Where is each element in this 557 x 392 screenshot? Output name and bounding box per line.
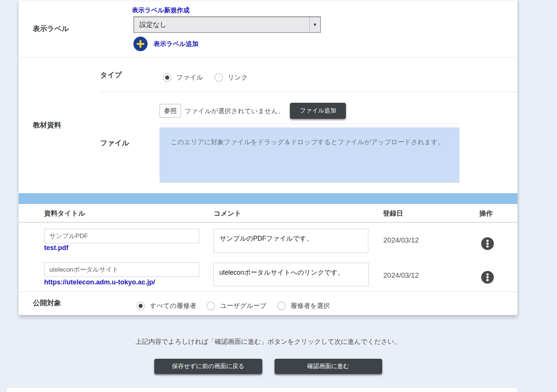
radio-user-group-icon[interactable] bbox=[207, 302, 215, 310]
section-divider bbox=[19, 57, 517, 58]
comment-input-row1[interactable]: サンプルのPDFファイルです。 bbox=[214, 229, 368, 253]
table-accent-bar bbox=[19, 193, 517, 204]
title-input-row1[interactable] bbox=[44, 229, 199, 243]
radio-option-file[interactable]: ファイル bbox=[163, 73, 203, 82]
next-button[interactable]: 確認画面に進む bbox=[275, 359, 382, 374]
rows-divider bbox=[19, 291, 517, 292]
radio-option-select-students[interactable]: 履修者を選択 bbox=[277, 301, 330, 310]
instruction-text: 上記内容でよろしければ「確認画面に進む」ボタンをクリックして次に進んでください。 bbox=[19, 337, 517, 346]
file-divider bbox=[160, 123, 460, 124]
kebab-menu-button-row2[interactable] bbox=[481, 271, 494, 284]
radio-option-user-group[interactable]: ユーザグループ bbox=[207, 301, 267, 310]
add-display-label-link[interactable]: 表示ラベル追加 bbox=[154, 40, 198, 48]
materials-table-header: 資料タイトル コメント 登録日 操作 bbox=[19, 204, 517, 223]
radio-file-icon[interactable] bbox=[163, 73, 171, 82]
next-panel-strip bbox=[7, 388, 517, 392]
browse-button[interactable]: 参照 bbox=[160, 104, 181, 118]
audience-title: 公開対象 bbox=[33, 298, 61, 308]
table-row: https://utelecon.adm.u-tokyo.ac.jp/ utel… bbox=[19, 262, 517, 291]
header-title: 資料タイトル bbox=[44, 209, 85, 218]
display-label-select[interactable]: 設定なし ▼ bbox=[133, 16, 321, 33]
radio-option-all-students[interactable]: すべての履修者 bbox=[136, 301, 196, 310]
radio-select-students-label: 履修者を選択 bbox=[291, 301, 330, 310]
radio-select-students-icon[interactable] bbox=[277, 302, 286, 310]
display-label-title: 表示ラベル bbox=[33, 24, 69, 34]
title-input-row2[interactable] bbox=[44, 262, 199, 277]
file-label: ファイル bbox=[100, 138, 129, 148]
back-button[interactable]: 保存せずに前の画面に戻る bbox=[154, 359, 262, 374]
registration-date-row1: 2024/03/12 bbox=[383, 236, 419, 244]
file-link-row2[interactable]: https://utelecon.adm.u-tokyo.ac.jp/ bbox=[44, 278, 155, 286]
radio-link-icon[interactable] bbox=[214, 73, 223, 82]
type-label: タイプ bbox=[100, 70, 122, 80]
footer-buttons: 保存せずに前の画面に戻る 確認画面に進む bbox=[19, 359, 517, 374]
page-background: { "display_label_section": { "row_label"… bbox=[0, 0, 557, 392]
plus-icon[interactable] bbox=[133, 37, 148, 51]
content-panel: 表示ラベル 表示ラベル新規作成 設定なし ▼ 表示ラベル追加 教材資料 タイプ … bbox=[19, 0, 517, 315]
dropzone-text: このエリアに対象ファイルをドラッグ＆ドロップするとファイルがアップロードされます… bbox=[160, 127, 459, 147]
create-display-label-link[interactable]: 表示ラベル新規作成 bbox=[132, 6, 189, 15]
radio-link-label: リンク bbox=[228, 73, 248, 82]
material-section-title: 教材資料 bbox=[33, 120, 61, 130]
type-divider bbox=[101, 92, 517, 92]
kebab-icon bbox=[481, 246, 494, 251]
top-divider bbox=[19, 1, 517, 1]
radio-file-label: ファイル bbox=[176, 73, 203, 82]
table-row: test.pdf サンプルのPDFファイルです。 2024/03/12 bbox=[19, 223, 517, 262]
comment-input-row2[interactable]: uteleconポータルサイトへのリンクです。 bbox=[213, 263, 369, 286]
radio-option-link[interactable]: リンク bbox=[214, 73, 248, 82]
radio-all-students-label: すべての履修者 bbox=[150, 301, 196, 310]
radio-all-students-icon[interactable] bbox=[136, 302, 145, 310]
file-dropzone[interactable]: このエリアに対象ファイルをドラッグ＆ドロップするとファイルがアップロードされます… bbox=[160, 127, 459, 183]
header-comment: コメント bbox=[214, 209, 241, 218]
audience-radio-group: すべての履修者 ユーザグループ 履修者を選択 bbox=[136, 301, 330, 310]
file-input-row: 参照 ファイルが選択されていません。 ファイル追加 bbox=[160, 103, 346, 119]
file-status-text: ファイルが選択されていません。 bbox=[185, 107, 284, 115]
chevron-down-icon: ▼ bbox=[309, 17, 320, 32]
add-display-label-button[interactable]: 表示ラベル追加 bbox=[133, 37, 198, 51]
kebab-icon bbox=[481, 279, 494, 285]
file-link-row1[interactable]: test.pdf bbox=[44, 244, 68, 252]
add-file-button[interactable]: ファイル追加 bbox=[290, 103, 346, 119]
header-date: 登録日 bbox=[383, 209, 403, 218]
kebab-menu-button-row1[interactable] bbox=[481, 237, 494, 250]
registration-date-row2: 2024/03/12 bbox=[383, 271, 419, 280]
radio-user-group-label: ユーザグループ bbox=[220, 301, 267, 310]
header-operation: 操作 bbox=[479, 209, 493, 218]
select-value: 設定なし bbox=[134, 17, 309, 32]
type-radio-group: ファイル リンク bbox=[163, 73, 248, 82]
